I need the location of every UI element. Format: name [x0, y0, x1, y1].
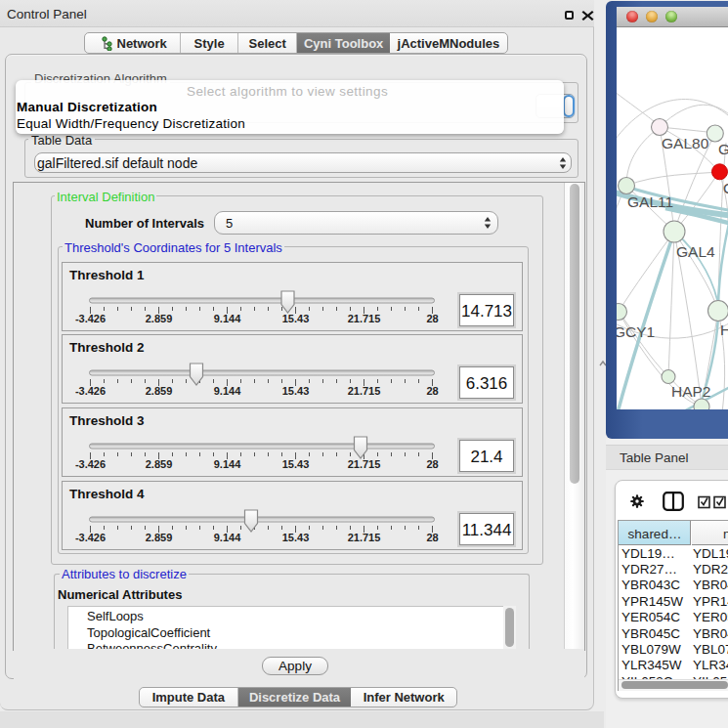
svg-text:GCY1: GCY1 [617, 323, 655, 340]
svg-text:-3.426: -3.426 [74, 458, 105, 470]
svg-text:28: 28 [426, 458, 438, 470]
svg-text:28: 28 [426, 385, 438, 397]
svg-text:15.43: 15.43 [281, 532, 309, 543]
svg-text:28: 28 [426, 532, 438, 543]
svg-text:GAL4: GAL4 [676, 243, 715, 260]
svg-text:15.43: 15.43 [281, 385, 309, 397]
svg-text:21.715: 21.715 [347, 385, 380, 397]
svg-text:21.715: 21.715 [347, 313, 380, 324]
svg-text:15.43: 15.43 [281, 458, 309, 470]
svg-text:H: H [720, 321, 728, 338]
svg-text:2.859: 2.859 [145, 458, 172, 470]
svg-text:HAP2: HAP2 [671, 383, 711, 400]
svg-text:15.43: 15.43 [281, 313, 309, 324]
svg-text:21.715: 21.715 [347, 458, 380, 470]
svg-text:2.859: 2.859 [145, 532, 172, 543]
svg-text:9.144: 9.144 [213, 532, 240, 543]
svg-text:-3.426: -3.426 [74, 385, 105, 397]
svg-text:GAL80: GAL80 [662, 135, 709, 151]
svg-text:2.859: 2.859 [145, 313, 172, 324]
svg-text:C: C [723, 180, 728, 196]
svg-text:21.715: 21.715 [347, 532, 380, 543]
svg-text:-3.426: -3.426 [74, 532, 105, 543]
svg-text:-3.426: -3.426 [74, 313, 105, 324]
svg-text:28: 28 [426, 313, 438, 324]
svg-text:GA: GA [718, 141, 728, 157]
svg-text:9.144: 9.144 [213, 385, 240, 397]
svg-text:2.859: 2.859 [145, 385, 172, 397]
svg-text:9.144: 9.144 [213, 458, 240, 470]
svg-text:GAL11: GAL11 [627, 193, 673, 210]
svg-text:9.144: 9.144 [213, 313, 240, 324]
